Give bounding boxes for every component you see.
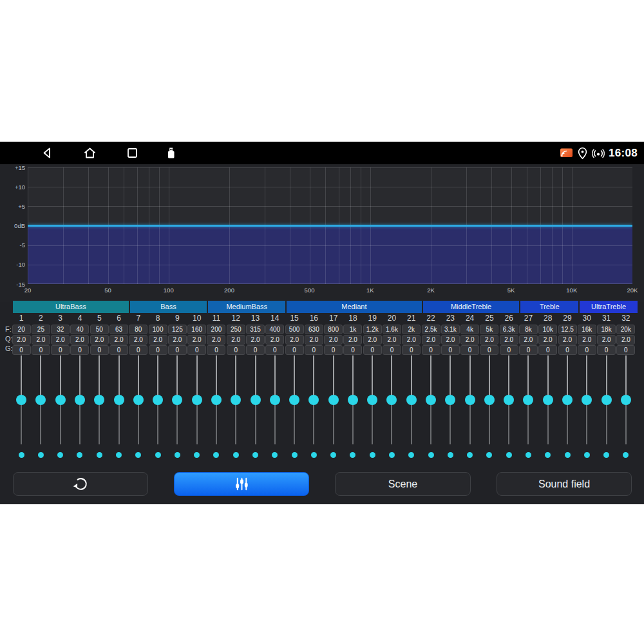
gain-slider[interactable] bbox=[421, 354, 440, 452]
gain-slider[interactable] bbox=[518, 354, 538, 452]
slider-knob[interactable] bbox=[328, 395, 339, 405]
band-number: 31 bbox=[602, 314, 611, 324]
gain-slider[interactable] bbox=[304, 354, 323, 452]
gain-slider[interactable] bbox=[187, 354, 207, 452]
gain-value: 0 bbox=[519, 345, 538, 355]
frequency-value: 1k bbox=[343, 325, 362, 334]
q-value: 2.0 bbox=[519, 335, 538, 345]
gain-slider[interactable] bbox=[596, 354, 616, 452]
band-group-ultrabass[interactable]: UltraBass bbox=[13, 301, 129, 313]
slider-knob[interactable] bbox=[523, 395, 533, 405]
q-value: 2.0 bbox=[285, 335, 304, 345]
gain-slider[interactable] bbox=[90, 354, 109, 452]
gain-slider[interactable] bbox=[324, 354, 343, 452]
slider-knob[interactable] bbox=[426, 395, 436, 405]
slider-knob[interactable] bbox=[133, 395, 144, 405]
gain-slider[interactable] bbox=[343, 354, 363, 452]
band-group-treble[interactable]: Treble bbox=[520, 301, 578, 313]
q-value: 2.0 bbox=[187, 335, 206, 345]
slider-knob[interactable] bbox=[445, 395, 455, 405]
gain-slider[interactable] bbox=[558, 354, 577, 452]
gain-slider[interactable] bbox=[70, 354, 90, 452]
gain-slider[interactable] bbox=[460, 354, 479, 452]
slider-knob[interactable] bbox=[153, 395, 163, 405]
slider-knob[interactable] bbox=[601, 395, 612, 405]
slider-knob[interactable] bbox=[211, 395, 222, 405]
gain-slider[interactable] bbox=[538, 354, 558, 452]
gain-slider[interactable] bbox=[285, 354, 304, 452]
gain-slider[interactable] bbox=[363, 354, 382, 452]
slider-base-dot bbox=[194, 452, 200, 458]
slider-knob[interactable] bbox=[16, 395, 26, 405]
band-column: 91252.00 bbox=[167, 314, 187, 355]
band-group-mediumbass[interactable]: MediumBass bbox=[208, 301, 285, 313]
gain-slider[interactable] bbox=[148, 354, 167, 452]
usb-icon[interactable] bbox=[164, 146, 178, 160]
slider-knob[interactable] bbox=[94, 395, 104, 405]
row-label-frequency: F: bbox=[5, 325, 12, 333]
slider-knob[interactable] bbox=[465, 395, 475, 405]
slider-knob[interactable] bbox=[75, 395, 85, 405]
gain-slider[interactable] bbox=[499, 354, 518, 452]
gain-slider[interactable] bbox=[12, 354, 31, 452]
slider-knob[interactable] bbox=[35, 395, 46, 405]
gain-slider[interactable] bbox=[129, 354, 148, 452]
gain-slider[interactable] bbox=[616, 354, 636, 452]
slider-knob[interactable] bbox=[348, 395, 358, 405]
recents-icon[interactable] bbox=[125, 146, 140, 160]
gain-slider[interactable] bbox=[440, 354, 460, 452]
gain-value: 0 bbox=[441, 345, 460, 355]
band-group-ultratreble[interactable]: UltraTreble bbox=[580, 301, 638, 313]
gain-slider[interactable] bbox=[51, 354, 70, 452]
back-icon[interactable] bbox=[40, 146, 55, 160]
gain-slider[interactable] bbox=[577, 354, 596, 452]
slider-base-cell bbox=[129, 452, 148, 458]
band-group-mediant[interactable]: Mediant bbox=[287, 301, 422, 313]
slider-knob[interactable] bbox=[270, 395, 280, 405]
gain-slider[interactable] bbox=[109, 354, 128, 452]
scene-button[interactable]: Scene bbox=[335, 472, 471, 496]
gain-slider[interactable] bbox=[167, 354, 187, 452]
sound-field-button[interactable]: Sound field bbox=[497, 472, 632, 496]
slider-knob[interactable] bbox=[231, 395, 241, 405]
slider-knob[interactable] bbox=[55, 395, 66, 405]
band-group-middletreble[interactable]: MiddleTreble bbox=[423, 301, 520, 313]
slider-knob[interactable] bbox=[367, 395, 377, 405]
equalizer-button[interactable] bbox=[174, 472, 309, 496]
slider-knob[interactable] bbox=[484, 395, 495, 405]
slider-knob[interactable] bbox=[289, 395, 299, 405]
slider-knob[interactable] bbox=[543, 395, 553, 405]
slider-knob[interactable] bbox=[621, 395, 631, 405]
gain-slider[interactable] bbox=[382, 354, 401, 452]
reset-button[interactable] bbox=[13, 472, 148, 496]
band-number: 26 bbox=[504, 314, 513, 324]
gain-slider[interactable] bbox=[207, 354, 226, 452]
slider-knob[interactable] bbox=[386, 395, 397, 405]
gain-slider[interactable] bbox=[265, 354, 285, 452]
slider-knob[interactable] bbox=[114, 395, 124, 405]
slider-knob[interactable] bbox=[406, 395, 417, 405]
gain-value: 0 bbox=[616, 345, 635, 355]
gain-slider[interactable] bbox=[245, 354, 265, 452]
band-column: 144002.00 bbox=[265, 314, 285, 355]
slider-base-cell bbox=[265, 452, 285, 458]
frequency-value: 5k bbox=[480, 325, 498, 334]
band-number: 16 bbox=[310, 314, 318, 324]
band-number: 9 bbox=[175, 314, 180, 324]
home-icon[interactable] bbox=[82, 146, 97, 160]
gain-slider[interactable] bbox=[226, 354, 245, 452]
slider-knob[interactable] bbox=[172, 395, 182, 405]
slider-knob[interactable] bbox=[582, 395, 592, 405]
gain-slider[interactable] bbox=[31, 354, 50, 452]
slider-knob[interactable] bbox=[562, 395, 573, 405]
slider-base-dot bbox=[350, 452, 355, 458]
slider-knob[interactable] bbox=[308, 395, 319, 405]
slider-knob[interactable] bbox=[504, 395, 514, 405]
gain-slider[interactable] bbox=[402, 354, 421, 452]
gain-value: 0 bbox=[129, 345, 147, 355]
band-group-bass[interactable]: Bass bbox=[130, 301, 207, 313]
gain-slider[interactable] bbox=[480, 354, 499, 452]
slider-base-dot bbox=[116, 452, 122, 458]
slider-knob[interactable] bbox=[251, 395, 261, 405]
slider-knob[interactable] bbox=[192, 395, 202, 405]
